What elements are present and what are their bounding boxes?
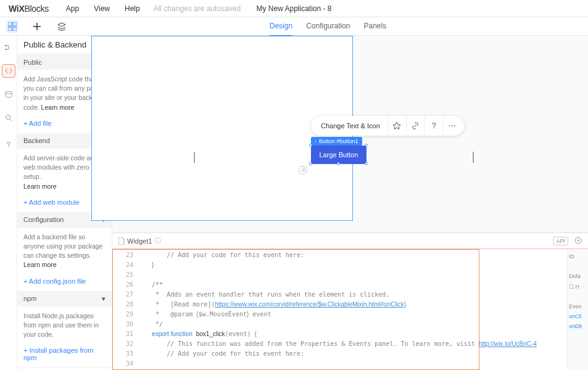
selected-button-element[interactable]: Large Button	[311, 146, 366, 164]
event-onclick[interactable]: onCli	[569, 311, 587, 321]
props-hidden-checkbox[interactable]: ☐ H	[569, 282, 587, 292]
add-icon[interactable]	[31, 20, 43, 33]
tab-design[interactable]: Design	[270, 17, 292, 36]
svg-rect-2	[8, 27, 12, 31]
learn-more-link[interactable]: Learn more	[23, 183, 57, 190]
selection-handle[interactable]	[309, 162, 312, 165]
link-icon[interactable]	[406, 116, 424, 136]
code-editor[interactable]: 232425262728293031323334 // Add your cod…	[112, 249, 588, 370]
code-header: Widget1 ⓘ API	[112, 232, 588, 249]
widgets-icon[interactable]	[6, 20, 19, 33]
file-icon	[118, 237, 125, 245]
more-icon[interactable]: ⋯	[443, 116, 462, 136]
section-readme[interactable]: README	[17, 368, 112, 370]
logo: WiXBlocks	[9, 4, 49, 14]
ruler-right	[473, 152, 474, 163]
code-file-tab[interactable]: Widget1 ⓘ	[118, 236, 161, 245]
rail-help-icon[interactable]: ?	[2, 138, 15, 152]
element-toolbar: Change Text & Icon ? ⋯	[311, 116, 464, 136]
info-icon[interactable]: ⓘ	[154, 236, 161, 245]
learn-more-link[interactable]: Learn more	[23, 261, 57, 268]
canvas-area[interactable]: Change Text & Icon ? ⋯ ‹Button #button1 …	[112, 36, 588, 232]
rail-search-icon[interactable]	[2, 111, 15, 125]
svg-point-7	[6, 115, 10, 120]
event-ondblclick[interactable]: onDb	[569, 321, 587, 331]
top-bar: WiXBlocks App View Help All changes are …	[0, 0, 588, 17]
ruler-left	[194, 152, 195, 163]
menu-view[interactable]: View	[94, 4, 110, 13]
svg-rect-5	[5, 49, 7, 50]
menu-help[interactable]: Help	[125, 4, 140, 13]
canvas-wrap: Change Text & Icon ? ⋯ ‹Button #button1 …	[112, 36, 588, 370]
section-config-body: Add a backend file so anyone using your …	[17, 228, 112, 275]
svg-rect-1	[13, 22, 17, 26]
left-rail: ?	[0, 36, 17, 370]
change-text-button[interactable]: Change Text & Icon	[313, 122, 387, 130]
mode-tabs: Design Configuration Panels	[270, 17, 386, 36]
install-npm-link[interactable]: + Install packages from npm	[17, 344, 112, 368]
selection-handle[interactable]	[365, 162, 368, 165]
props-id-label: ID	[569, 252, 587, 261]
top-menu: App View Help	[66, 4, 140, 13]
rail-database-icon[interactable]	[2, 88, 15, 101]
menu-app[interactable]: App	[66, 4, 79, 13]
rail-code-icon[interactable]	[2, 64, 15, 78]
chevron-down-icon: ▾	[102, 295, 106, 303]
selection-handle[interactable]	[365, 144, 368, 147]
animation-icon[interactable]	[387, 116, 406, 136]
selection-handle[interactable]	[309, 144, 312, 147]
code-gutter: 232425262728293031323334	[112, 249, 137, 370]
props-default-label: Defa	[569, 271, 587, 281]
svg-point-6	[6, 91, 12, 94]
rotate-handle-icon[interactable]: ↺	[299, 166, 307, 175]
learn-more-link[interactable]: Learn more	[41, 104, 75, 111]
selection-handle[interactable]	[337, 162, 340, 165]
section-npm[interactable]: npm▾	[17, 291, 112, 306]
app-title: My New Application - 8	[256, 4, 331, 13]
second-bar: Design Configuration Panels	[0, 17, 588, 36]
tab-panels[interactable]: Panels	[364, 17, 387, 36]
autosave-status: All changes are autosaved	[154, 4, 241, 13]
api-button[interactable]: API	[553, 237, 568, 245]
tab-configuration[interactable]: Configuration	[306, 17, 350, 36]
svg-rect-3	[13, 27, 17, 31]
code-content[interactable]: // Add your code for this event here: } …	[137, 249, 567, 370]
svg-rect-4	[5, 45, 7, 46]
properties-panel: ID Defa ☐ H Even onCli onDb	[567, 249, 588, 370]
layers-icon[interactable]	[56, 20, 68, 33]
section-npm-body: Install Node.js packages from npm and us…	[17, 306, 112, 345]
props-events-label: Even	[569, 302, 587, 311]
run-icon[interactable]	[574, 237, 582, 245]
add-config-link[interactable]: + Add config.json file	[17, 275, 112, 291]
rail-structure-icon[interactable]	[2, 41, 15, 54]
element-tag[interactable]: ‹Button #button1	[311, 137, 362, 146]
svg-rect-0	[8, 22, 12, 26]
help-icon[interactable]: ?	[424, 116, 443, 136]
